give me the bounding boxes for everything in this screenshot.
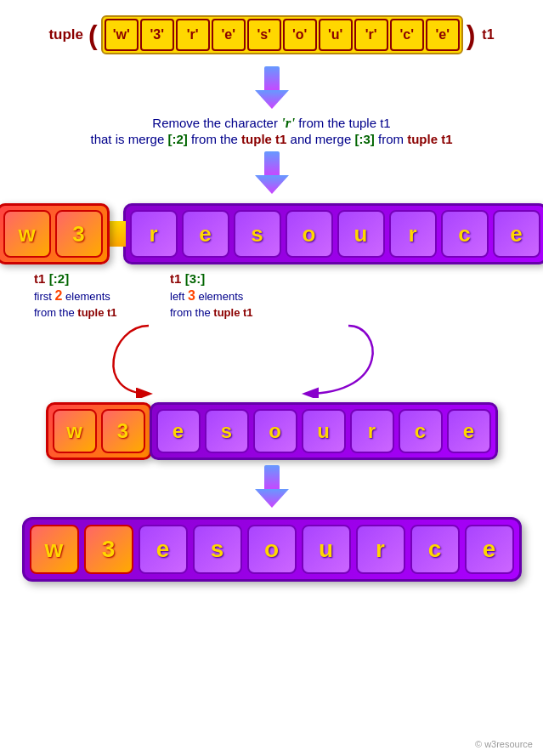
merged-w3-box: w3	[46, 402, 152, 460]
final-cell: o	[247, 525, 297, 574]
right-cell: u	[337, 210, 385, 258]
merged-section: w3 esource	[0, 402, 543, 460]
paren-close: )	[467, 20, 476, 51]
final-cell: u	[302, 525, 351, 574]
right-cell: o	[286, 210, 333, 258]
merged-right-cell: u	[302, 409, 346, 453]
final-cell: e	[139, 525, 188, 574]
right-cell: c	[441, 210, 489, 258]
tuple-label: tuple	[48, 26, 83, 43]
arrow-down-3	[0, 463, 543, 510]
top-tuple-section: tuple ( 'w''3''r''e''s''o''u''r''c''e' )…	[0, 0, 543, 61]
label-left: t1 [:2] first 2 elements from the tuple …	[25, 271, 144, 321]
tuple-cell: 'r'	[354, 19, 388, 51]
desc-section: Remove the character 'r' from the tuple …	[0, 115, 543, 146]
right-cell: s	[234, 210, 281, 258]
paren-open: (	[88, 20, 98, 51]
merged-right-cell: s	[205, 409, 249, 453]
final-box: w3esource	[22, 517, 522, 582]
tuple-cell: 'w'	[105, 19, 139, 51]
t1-right-label: t1	[170, 271, 181, 286]
svg-marker-5	[255, 489, 289, 508]
label-right: t1 [3:] left 3 elements from the tuple t…	[144, 271, 518, 321]
t1-left-label: t1	[34, 271, 45, 286]
merged-right-cell: r	[350, 409, 394, 453]
final-cell-red: w	[30, 525, 79, 574]
final-cell: r	[356, 525, 405, 574]
tuple-cell: 'e'	[426, 19, 460, 51]
left-w3-box: w3	[0, 203, 110, 264]
tuple-box: 'w''3''r''e''s''o''u''r''c''e'	[101, 15, 463, 54]
tuple-cell: '3'	[140, 19, 174, 51]
svg-rect-0	[264, 66, 280, 92]
svg-marker-1	[255, 90, 289, 109]
merged-right-cell: e	[447, 409, 491, 453]
middle-section: w3 resource	[0, 203, 543, 264]
split-diagram: w3 resource	[0, 203, 543, 264]
merged-right-cell: o	[253, 409, 297, 453]
right-cell: r	[130, 210, 178, 258]
tuple-cell: 'e'	[212, 19, 246, 51]
merged-right-cell: e	[156, 409, 201, 453]
final-cell-red: 3	[84, 525, 133, 574]
tuple-cell: 'c'	[390, 19, 424, 51]
final-cell: s	[193, 525, 242, 574]
tuple-cell: 'r'	[176, 19, 210, 51]
arrow-down-2	[0, 150, 543, 196]
right-cell: e	[493, 210, 540, 258]
merged-left-cell: w	[53, 409, 97, 453]
final-cell: c	[410, 525, 460, 574]
right-cell: r	[389, 210, 437, 258]
left-cell: 3	[55, 210, 103, 258]
merged-left-cell: 3	[101, 409, 145, 453]
final-cell: e	[465, 525, 514, 574]
curved-arrows	[0, 321, 543, 398]
slice-right-code: [3:]	[185, 271, 205, 286]
connector	[107, 221, 126, 247]
right-resource-box: resource	[123, 203, 544, 264]
watermark: © w3resource	[475, 739, 533, 749]
merged-resource-box: esource	[150, 402, 498, 460]
merged-right-cell: c	[399, 409, 443, 453]
tuple-cell: 's'	[247, 19, 281, 51]
t1-label: t1	[482, 27, 494, 43]
labels-row: t1 [:2] first 2 elements from the tuple …	[0, 271, 543, 321]
desc-line1: Remove the character 'r' from the tuple …	[0, 115, 543, 132]
slice-left-desc: first 2 elements from the tuple t1	[34, 287, 144, 321]
arrow-down-1	[0, 65, 543, 111]
svg-rect-2	[264, 151, 280, 177]
right-cell: e	[182, 210, 229, 258]
svg-rect-4	[264, 465, 280, 491]
tuple-cell: 'o'	[283, 19, 317, 51]
left-cell: w	[3, 210, 51, 258]
slice-right-desc: left 3 elements from the tuple t1	[170, 287, 518, 321]
svg-marker-3	[255, 175, 289, 194]
desc-line2: that is merge [:2] from the tuple t1 and…	[0, 132, 543, 146]
tuple-cell: 'u'	[319, 19, 353, 51]
slice-left-code: [:2]	[49, 271, 69, 286]
final-section: w3esource	[0, 517, 543, 582]
